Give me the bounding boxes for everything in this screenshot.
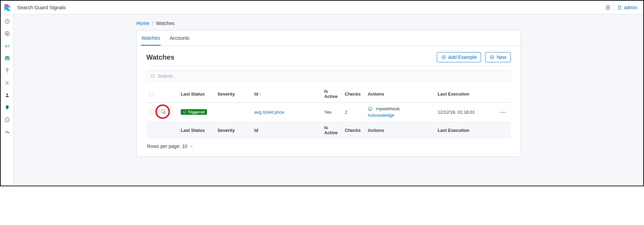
col-checks[interactable]: Checks bbox=[342, 85, 365, 103]
action-name: mywebhook bbox=[376, 106, 400, 111]
search-input[interactable] bbox=[158, 73, 507, 79]
svg-point-4 bbox=[5, 32, 9, 36]
add-example-label: Add Example bbox=[448, 54, 477, 60]
svg-point-16 bbox=[183, 111, 186, 113]
inspect-icon[interactable] bbox=[160, 109, 166, 115]
footer-actions: Actions bbox=[365, 122, 435, 139]
svg-point-8 bbox=[7, 82, 8, 84]
nav-recent-icon[interactable] bbox=[3, 17, 11, 25]
svg-point-9 bbox=[6, 93, 8, 95]
nav-dashboard-icon[interactable] bbox=[3, 54, 11, 62]
search-icon bbox=[150, 74, 155, 78]
breadcrumb-home[interactable]: Home bbox=[137, 21, 149, 26]
svg-rect-7 bbox=[5, 59, 9, 60]
cell-is-active: Yes bbox=[321, 103, 342, 122]
svg-point-1 bbox=[607, 7, 609, 8]
table-row: Triggered avg ticket price Yes 2 bbox=[147, 103, 511, 122]
plus-circle-icon bbox=[490, 55, 494, 60]
cell-checks: 2 bbox=[342, 103, 365, 122]
breadcrumb: Home / Watches bbox=[137, 20, 521, 30]
cell-severity bbox=[215, 103, 251, 122]
nav-user-icon[interactable] bbox=[3, 91, 11, 99]
tab-watches[interactable]: Watches bbox=[141, 30, 161, 46]
new-label: New bbox=[496, 54, 506, 60]
acknowledge-link[interactable]: Acknowledge bbox=[368, 113, 394, 118]
nav-visualize-icon[interactable] bbox=[3, 42, 11, 50]
plus-circle-icon bbox=[441, 55, 446, 60]
nav-searchguard-icon[interactable] bbox=[3, 103, 11, 112]
col-severity[interactable]: Severity bbox=[215, 85, 251, 103]
status-label: Triggered bbox=[188, 110, 205, 114]
row-menu-icon[interactable]: ••• bbox=[500, 110, 507, 115]
user-name: admin bbox=[624, 5, 637, 10]
svg-point-17 bbox=[368, 107, 372, 111]
svg-point-0 bbox=[606, 5, 610, 10]
chevron-down-icon bbox=[189, 144, 194, 148]
app-logo-icon[interactable] bbox=[3, 3, 12, 12]
breadcrumb-current: Watches bbox=[156, 21, 175, 26]
svg-rect-5 bbox=[5, 57, 7, 58]
svg-rect-14 bbox=[161, 110, 164, 113]
tab-accounts[interactable]: Accounts bbox=[169, 30, 190, 46]
smile-icon bbox=[183, 110, 186, 114]
add-example-button[interactable]: Add Example bbox=[437, 52, 481, 62]
row-checkbox[interactable] bbox=[149, 110, 154, 114]
top-bar: Search Guard Signals admin bbox=[1, 1, 643, 14]
footer-id: Id bbox=[251, 122, 321, 139]
tabs: Watches Accounts bbox=[137, 30, 520, 46]
nav-signals-icon[interactable] bbox=[3, 128, 11, 136]
col-is-active[interactable]: Is Active bbox=[321, 85, 342, 103]
section-title: Watches bbox=[147, 53, 175, 61]
search-box[interactable] bbox=[147, 70, 511, 82]
rows-per-page-label: Rows per page: 10 bbox=[147, 143, 188, 149]
nav-info-icon[interactable] bbox=[3, 116, 11, 124]
user-icon bbox=[617, 5, 622, 10]
nav-discover-icon[interactable] bbox=[3, 29, 11, 38]
svg-point-13 bbox=[151, 74, 154, 77]
feedback-icon[interactable] bbox=[602, 2, 613, 13]
sort-asc-icon: ↑ bbox=[259, 92, 261, 96]
svg-rect-6 bbox=[7, 57, 9, 58]
nav-devtools-icon[interactable] bbox=[3, 66, 11, 75]
rows-per-page[interactable]: Rows per page: 10 bbox=[147, 139, 511, 150]
col-last-execution[interactable]: Last Execution bbox=[435, 85, 497, 103]
nav-management-icon[interactable] bbox=[3, 79, 11, 87]
footer-last-status: Last Status bbox=[178, 122, 215, 139]
user-menu[interactable]: admin bbox=[613, 1, 641, 14]
watch-id-link[interactable]: avg ticket price bbox=[254, 110, 284, 115]
col-actions[interactable]: Actions bbox=[365, 85, 435, 103]
app-title: Search Guard Signals bbox=[17, 5, 66, 10]
footer-is-active: Is Active bbox=[321, 122, 342, 139]
new-button[interactable]: New bbox=[485, 52, 511, 62]
cell-last-execution: 12/12/19, 01:16:01 bbox=[435, 103, 497, 122]
smile-icon bbox=[368, 107, 373, 111]
col-id[interactable]: Id↑ bbox=[251, 85, 321, 103]
footer-checks: Checks bbox=[342, 122, 365, 139]
main-panel: Watches Accounts Watches Add Example bbox=[137, 30, 521, 157]
col-last-status[interactable]: Last Status bbox=[178, 85, 215, 103]
watches-table: Last Status Severity Id↑ Is Active Check… bbox=[147, 85, 511, 139]
side-nav bbox=[1, 14, 14, 186]
svg-rect-2 bbox=[618, 5, 621, 9]
select-all-checkbox[interactable] bbox=[149, 91, 154, 96]
footer-severity: Severity bbox=[215, 122, 251, 139]
footer-last-execution: Last Execution bbox=[435, 122, 497, 139]
status-badge: Triggered bbox=[181, 109, 207, 115]
